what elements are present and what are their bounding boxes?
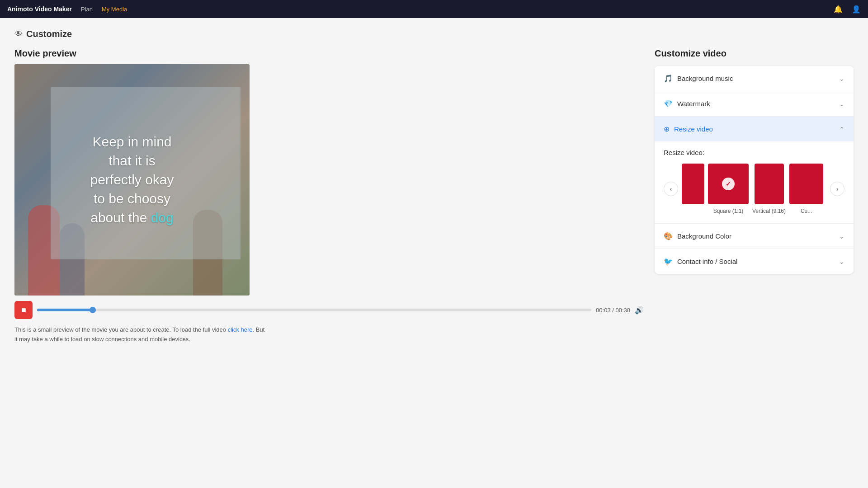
time-display: 00:03 / 00:30 — [596, 307, 630, 314]
chevron-up-icon-resize: ⌄ — [839, 126, 844, 133]
movie-preview-title: Movie preview — [14, 48, 644, 59]
resize-card-label-vertical: Vertical (9:16) — [752, 208, 786, 214]
main-layout: Movie preview Keep in mind — [14, 48, 854, 344]
section-header-background-music[interactable]: 🎵 Background music ⌄ — [655, 66, 854, 91]
section-header-background-color[interactable]: 🎨 Background Color ⌄ — [655, 224, 854, 249]
music-icon: 🎵 — [664, 74, 673, 83]
resize-card-box-square[interactable]: ✓ — [708, 164, 749, 204]
section-header-contact-social[interactable]: 🐦 Contact info / Social ⌄ — [655, 249, 854, 274]
notifications-icon[interactable]: 🔔 — [834, 5, 843, 14]
chevron-down-icon-social: ⌄ — [839, 258, 844, 265]
resize-card-label-square: Square (1:1) — [713, 208, 744, 214]
resize-prev-button[interactable]: ‹ — [664, 182, 678, 196]
stop-icon: ⏹ — [20, 306, 27, 314]
progress-fill — [37, 309, 93, 311]
section-label-resize-video: Resize video — [674, 125, 713, 133]
right-panel: Customize video 🎵 Background music ⌄ — [655, 48, 854, 274]
click-here-link[interactable]: click here — [228, 326, 253, 333]
resize-card-box-custom[interactable] — [789, 164, 823, 204]
resize-video-body: Resize video: ‹ — [655, 141, 854, 223]
resize-card-tall-narrow[interactable] — [682, 164, 704, 214]
resize-card-square[interactable]: ✓ Square (1:1) — [708, 164, 749, 214]
section-watermark: 💎 Watermark ⌄ — [655, 91, 854, 117]
section-header-watermark[interactable]: 💎 Watermark ⌄ — [655, 91, 854, 116]
gem-icon: 💎 — [664, 99, 673, 108]
page-title: Customize — [26, 29, 72, 39]
progress-bar[interactable] — [37, 309, 591, 311]
video-player: Keep in mind that it is perfectly okay t… — [14, 64, 250, 296]
resize-next-button[interactable]: › — [830, 182, 844, 196]
video-text-overlay: Keep in mind that it is perfectly okay t… — [46, 132, 218, 227]
section-background-music: 🎵 Background music ⌄ — [655, 66, 854, 91]
resize-card-label-custom: Cu... — [801, 208, 812, 214]
nav-link-media[interactable]: My Media — [102, 6, 127, 13]
progress-thumb[interactable] — [90, 307, 96, 313]
customize-video-title: Customize video — [655, 48, 854, 59]
resize-label: Resize video: — [664, 149, 844, 156]
page-container: 👁 Customize Movie preview — [0, 18, 868, 355]
section-label-background-color: Background Color — [677, 232, 731, 240]
section-label-contact-social: Contact info / Social — [677, 258, 737, 265]
customize-sections: 🎵 Background music ⌄ 💎 Watermark ⌄ — [655, 66, 854, 274]
palette-icon: 🎨 — [664, 232, 673, 240]
video-controls: ⏹ 00:03 / 00:30 🔊 — [14, 301, 644, 319]
video-scene: Keep in mind that it is perfectly okay t… — [14, 64, 250, 296]
chevron-down-icon: ⌄ — [839, 75, 844, 82]
page-header: 👁 Customize — [14, 29, 854, 39]
user-icon[interactable]: 👤 — [852, 5, 861, 14]
resize-options: ‹ ✓ — [664, 164, 844, 214]
resize-card-box-vertical[interactable] — [755, 164, 784, 204]
chevron-down-icon-bgcolor: ⌄ — [839, 233, 844, 240]
section-resize-video: ⊕ Resize video ⌄ Resize video: ‹ — [655, 117, 854, 224]
section-header-resize-video[interactable]: ⊕ Resize video ⌄ — [655, 117, 854, 141]
volume-icon[interactable]: 🔊 — [635, 306, 644, 314]
section-label-background-music: Background music — [677, 75, 733, 82]
nav-link-plan[interactable]: Plan — [81, 6, 93, 13]
twitter-icon: 🐦 — [664, 257, 673, 266]
section-contact-social: 🐦 Contact info / Social ⌄ — [655, 249, 854, 274]
text-highlight: dog — [151, 210, 174, 225]
chevron-down-icon-watermark: ⌄ — [839, 100, 844, 108]
stop-button[interactable]: ⏹ — [14, 301, 33, 319]
resize-card-vertical[interactable]: Vertical (9:16) — [752, 164, 786, 214]
section-label-watermark: Watermark — [677, 100, 710, 108]
top-nav: Animoto Video Maker Plan My Media 🔔 👤 — [0, 0, 868, 18]
nav-logo: Animoto Video Maker — [7, 5, 72, 13]
eye-icon: 👁 — [14, 29, 23, 39]
preview-notice: This is a small preview of the movie you… — [14, 325, 268, 344]
preview-notice-text: This is a small preview of the movie you… — [14, 326, 226, 333]
resize-card-box-tall-narrow[interactable] — [682, 164, 704, 204]
resize-card-custom[interactable]: Cu... — [789, 164, 823, 214]
section-background-color: 🎨 Background Color ⌄ — [655, 224, 854, 249]
left-panel: Movie preview Keep in mind — [14, 48, 644, 344]
resize-cards: ✓ Square (1:1) Vertical (9:16) — [682, 164, 826, 214]
resize-card-selected-check: ✓ — [722, 178, 735, 190]
resize-icon: ⊕ — [664, 125, 670, 133]
